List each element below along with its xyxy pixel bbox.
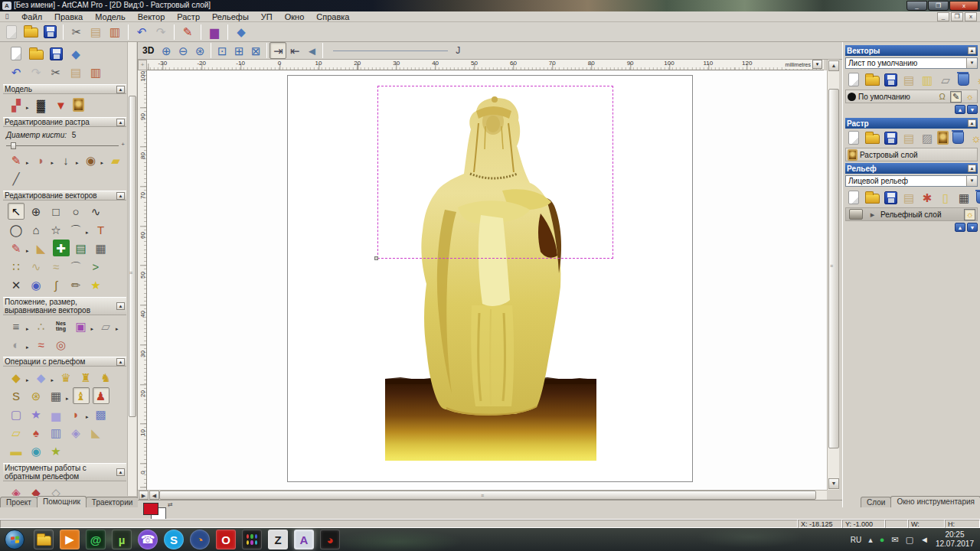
menu-вектор[interactable]: Вектор	[132, 11, 172, 22]
free-polyline-icon[interactable]: ∿	[28, 258, 44, 275]
taskbar-zbrush[interactable]: Z	[268, 530, 288, 549]
trace-tool-icon[interactable]: ✏	[67, 276, 84, 293]
palette-tool-icon[interactable]: ◉	[83, 152, 100, 168]
copy-raster-icon[interactable]	[937, 131, 949, 145]
redo-icon[interactable]: ↷	[152, 24, 169, 41]
new-vector-layer-icon[interactable]	[848, 73, 859, 86]
collapse-back-relief-button[interactable]: ▲	[116, 468, 125, 476]
polygon-tool-icon[interactable]: ⌂	[28, 221, 44, 238]
swap-colours-icon[interactable]: ⇄	[168, 501, 173, 508]
delete-layer-icon[interactable]	[958, 73, 969, 86]
greyscale-view-flyout-arrow[interactable]: ▸	[26, 105, 29, 111]
minimize-button[interactable]: _	[906, 1, 927, 11]
draw-line-tool-icon[interactable]: ╱	[8, 170, 24, 187]
copy-objects-icon[interactable]: ▱	[97, 318, 114, 334]
ruler-units-dropdown[interactable]: ▾	[812, 60, 822, 69]
paste-along-curve-icon[interactable]: ∴	[33, 318, 50, 334]
save-vector-layer-icon[interactable]	[884, 73, 897, 86]
vector-doctor-icon[interactable]: ★	[87, 276, 104, 293]
brush-diameter-slider[interactable]: +	[6, 142, 119, 149]
assistant-tab-проект[interactable]: Проект	[0, 497, 38, 507]
layer-relief-icon[interactable]: ◈	[67, 424, 84, 441]
scroll-up-button[interactable]: ▲	[828, 60, 839, 71]
scroll-left-button[interactable]: ▶	[139, 491, 149, 500]
menu-рельефы[interactable]: Рельефы	[206, 11, 255, 22]
zoom-scale-icon[interactable]: ⊛	[191, 42, 208, 59]
join-vectors-icon[interactable]: >	[87, 258, 104, 275]
move-layer-up-button[interactable]: ▲	[955, 105, 965, 114]
palette-tool-flyout-arrow[interactable]: ▸	[101, 160, 104, 166]
invert-model-icon[interactable]: ▓	[33, 96, 50, 113]
language-indicator[interactable]: RU	[851, 536, 861, 544]
assistant-scrollbar[interactable]: ≡	[127, 42, 136, 496]
mdi-button-1[interactable]: ❐	[951, 12, 963, 21]
arc-tool-flyout-arrow[interactable]: ▸	[86, 230, 89, 236]
fan-relief-flyout-arrow[interactable]: ▸	[86, 414, 89, 420]
notes-icon[interactable]: ✎	[179, 24, 196, 41]
collapse-vectors-button[interactable]: ▲	[968, 47, 976, 54]
raster-layer-row[interactable]: Растровый слой	[845, 148, 978, 161]
expand-relief-layer-icon[interactable]: ▸	[867, 209, 878, 220]
envelope-distort-icon[interactable]: ▢	[8, 406, 24, 422]
wedge-tool-icon[interactable]: ◣	[87, 424, 104, 441]
collapse-raster-section-button[interactable]: ▲	[968, 119, 976, 127]
paste-icon[interactable]: ▥	[106, 24, 123, 41]
taskbar-artcam[interactable]: A	[294, 530, 314, 549]
canvas-page[interactable]	[287, 75, 693, 482]
import-relief-icon[interactable]: ▤	[900, 189, 917, 206]
fit-arcs-icon[interactable]: ∫	[47, 276, 64, 293]
scrollbar-thumb[interactable]	[129, 96, 136, 417]
pick-colour-tool-icon[interactable]: ↓	[57, 152, 74, 168]
switch-3d-view-button[interactable]: 3D	[140, 45, 156, 56]
wrap-spiral-icon[interactable]: ◎	[53, 336, 70, 353]
edit-layer-icon[interactable]: ✎	[950, 91, 962, 103]
model-transfer-icon[interactable]: ◆	[67, 45, 84, 62]
load-image-icon[interactable]	[73, 98, 84, 112]
menu-справка[interactable]: Справка	[310, 11, 355, 22]
clock[interactable]: 20:25 12.07.2017	[936, 530, 974, 549]
taskbar-opera[interactable]: O	[216, 530, 236, 549]
polyline-tool-icon[interactable]: ∿	[87, 203, 104, 220]
smooth-polyline-icon[interactable]: ≈	[47, 258, 64, 275]
toggle-all-layers-icon[interactable]: ☼	[973, 71, 980, 88]
text-tool-icon[interactable]: T	[93, 221, 109, 238]
vertical-scrollbar[interactable]: ▲ ≡ ▼	[827, 60, 839, 490]
draw-tool-flyout-arrow[interactable]: ▸	[26, 160, 29, 166]
smooth-relief-icon[interactable]: ▬	[8, 442, 24, 459]
copy-objects-flyout-arrow[interactable]: ▸	[116, 326, 119, 332]
scroll-down-button[interactable]: ▼	[828, 478, 839, 489]
star-relief-icon[interactable]: ★	[28, 406, 44, 422]
taskbar-dark-media-app[interactable]: ◕	[320, 530, 340, 549]
relief-grid-icon[interactable]: ▦	[956, 189, 972, 206]
save-model-icon[interactable]	[50, 47, 63, 60]
collapse-relief-ops-button[interactable]: ▲	[116, 358, 125, 366]
relief-visibility-icon[interactable]: ☼	[964, 209, 975, 220]
align-vectors-flyout-arrow[interactable]: ▸	[26, 326, 29, 332]
start-button[interactable]	[5, 530, 24, 549]
erase-tool-flyout-arrow[interactable]: ▸	[51, 160, 54, 166]
new-raster-layer-icon[interactable]	[848, 131, 859, 145]
measure-tool-icon[interactable]: ✕	[8, 276, 24, 293]
sheet-select[interactable]: Лист по умолчанию▾	[845, 57, 978, 69]
mirror-vectors-icon[interactable]: ◐	[8, 336, 24, 353]
volume-icon[interactable]: ◄	[920, 535, 929, 544]
bitmap-to-vector-icon[interactable]: ✚	[53, 240, 70, 256]
assistant-tab-траектории[interactable]: Траектории	[86, 497, 139, 507]
delete-raster-layer-icon[interactable]	[952, 132, 964, 144]
panel-tab-окно-инструментария[interactable]: Окно инструментария	[890, 496, 980, 507]
mushroom-tool-icon[interactable]: ♠	[28, 424, 44, 441]
zoom-box-icon[interactable]: ⊡	[214, 42, 230, 59]
ellipse-tool-icon[interactable]: ◯	[8, 221, 24, 238]
vscroll-thumb[interactable]	[828, 89, 839, 448]
ruler-origin-box[interactable]: +	[138, 60, 147, 70]
arc-tool-icon[interactable]: ⌒	[67, 221, 84, 238]
taskbar-explorer[interactable]	[34, 530, 54, 549]
drawing-viewport[interactable]	[147, 70, 827, 490]
mirror-vectors-flyout-arrow[interactable]: ▸	[26, 344, 29, 350]
nesting-icon[interactable]: Nesting	[53, 318, 70, 334]
paste-icon[interactable]: ▥	[87, 64, 104, 80]
rotate-view-icon[interactable]: ◄	[303, 42, 320, 59]
sphere-texture-icon[interactable]: ◉	[28, 442, 44, 459]
selection-handle[interactable]	[374, 256, 378, 260]
relief-wizard-icon[interactable]: ◆	[8, 369, 24, 386]
